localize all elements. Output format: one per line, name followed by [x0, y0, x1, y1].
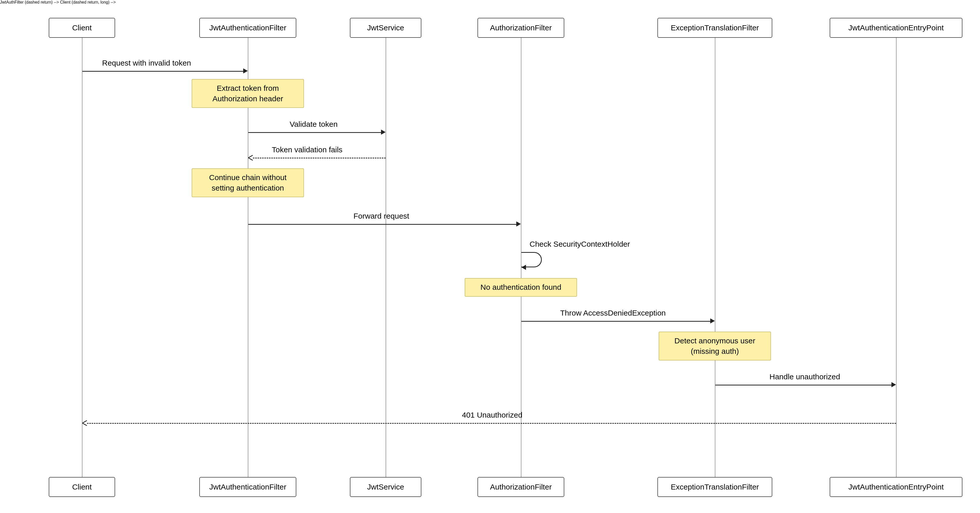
- note-line: setting authentication: [212, 184, 284, 192]
- actor-label: JwtAuthenticationFilter: [209, 24, 286, 32]
- note-line: No authentication found: [480, 283, 562, 291]
- message-token-fails: Token validation fails: [272, 145, 342, 154]
- message-handle-unauthorized: Handle unauthorized: [770, 372, 840, 381]
- note-line: Continue chain without: [209, 173, 286, 182]
- note-line: Detect anonymous user: [675, 337, 756, 345]
- arrow-m7: [715, 385, 891, 386]
- note-line: Extract token from: [217, 84, 279, 92]
- actor-label: ExceptionTranslationFilter: [671, 24, 759, 32]
- actor-client-top: Client: [49, 18, 115, 38]
- arrow-m4: [248, 224, 516, 225]
- actor-authzfilter-top: AuthorizationFilter: [477, 18, 564, 38]
- actor-label: JwtAuthenticationEntryPoint: [848, 24, 944, 32]
- lifeline-extransfilter: [715, 33, 715, 477]
- note-line: (missing auth): [691, 347, 739, 355]
- note-line: Authorization header: [213, 94, 283, 103]
- arrowhead-m6: [710, 318, 715, 324]
- actor-jwtservice-top: JwtService: [350, 18, 422, 38]
- message-401-unauthorized: 401 Unauthorized: [462, 411, 522, 419]
- message-check-securitycontext: Check SecurityContextHolder: [530, 240, 630, 248]
- note-continue-chain: Continue chain without setting authentic…: [192, 168, 304, 197]
- lifeline-jwtservice: [386, 33, 386, 477]
- actor-label: ExceptionTranslationFilter: [671, 483, 759, 491]
- note-no-auth-found: No authentication found: [465, 278, 577, 297]
- message-validate-token: Validate token: [290, 120, 338, 129]
- arrowhead-m5: [522, 265, 526, 270]
- message-request-invalid-token: Request with invalid token: [102, 59, 191, 67]
- arrow-m2: [248, 132, 381, 133]
- message-throw-accessdenied: Throw AccessDeniedException: [560, 309, 666, 317]
- arrowhead-m2: [381, 130, 386, 135]
- actor-jwtentrypoint-top: JwtAuthenticationEntryPoint: [830, 18, 963, 38]
- arrow-m1: [83, 71, 243, 71]
- actor-label: JwtService: [367, 483, 404, 491]
- actor-extransfilter-top: ExceptionTranslationFilter: [657, 18, 772, 38]
- actor-label: Client: [72, 24, 92, 32]
- arrow-m8: [87, 423, 896, 424]
- note-extract-token: Extract token from Authorization header: [192, 79, 304, 108]
- lifeline-client: [82, 33, 83, 477]
- arrowhead-m4: [516, 221, 521, 227]
- actor-jwtauthfilter-bottom: JwtAuthenticationFilter: [199, 477, 296, 497]
- actor-label: AuthorizationFilter: [490, 24, 552, 32]
- arrowhead-m1: [243, 68, 248, 73]
- actor-label: AuthorizationFilter: [490, 483, 552, 491]
- actor-authzfilter-bottom: AuthorizationFilter: [477, 477, 564, 497]
- actor-label: JwtAuthenticationEntryPoint: [848, 483, 944, 491]
- actor-client-bottom: Client: [49, 477, 115, 497]
- note-detect-anonymous: Detect anonymous user (missing auth): [659, 332, 771, 361]
- message-forward-request: Forward request: [353, 212, 409, 221]
- actor-label: JwtAuthenticationFilter: [209, 483, 286, 491]
- actor-jwtentrypoint-bottom: JwtAuthenticationEntryPoint: [830, 477, 963, 497]
- actor-jwtservice-bottom: JwtService: [350, 477, 422, 497]
- actor-jwtauthfilter-top: JwtAuthenticationFilter: [199, 18, 296, 38]
- arrow-m3: [253, 158, 386, 159]
- actor-extransfilter-bottom: ExceptionTranslationFilter: [657, 477, 772, 497]
- actor-label: JwtService: [367, 24, 404, 32]
- arrowhead-m7: [891, 382, 896, 387]
- arrow-m6: [522, 321, 710, 322]
- actor-label: Client: [72, 483, 92, 491]
- lifeline-jwtentrypoint: [896, 33, 897, 477]
